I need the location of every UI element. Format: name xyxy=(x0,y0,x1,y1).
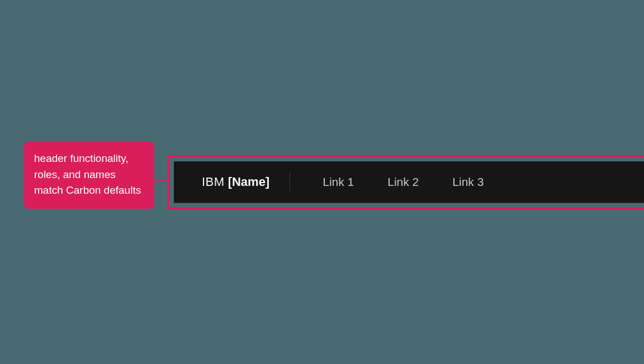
header-divider xyxy=(290,173,290,191)
nav-link-3[interactable]: Link 3 xyxy=(435,175,500,189)
brand-container[interactable]: IBM [Name] xyxy=(202,175,290,189)
brand-name: [Name] xyxy=(228,175,270,189)
brand-prefix: IBM xyxy=(202,175,225,189)
header-highlight-outline: IBM [Name] Link 1 Link 2 Link 3 xyxy=(167,155,644,209)
nav-link-2[interactable]: Link 2 xyxy=(371,175,435,189)
header-nav: Link 1 Link 2 Link 3 xyxy=(306,175,500,189)
app-header: IBM [Name] Link 1 Link 2 Link 3 xyxy=(174,161,644,203)
annotation-tooltip: header functionality, roles, and names m… xyxy=(24,142,154,209)
annotation-connector xyxy=(154,180,168,181)
nav-link-1[interactable]: Link 1 xyxy=(306,175,371,189)
annotation-text: header functionality, roles, and names m… xyxy=(34,152,141,196)
